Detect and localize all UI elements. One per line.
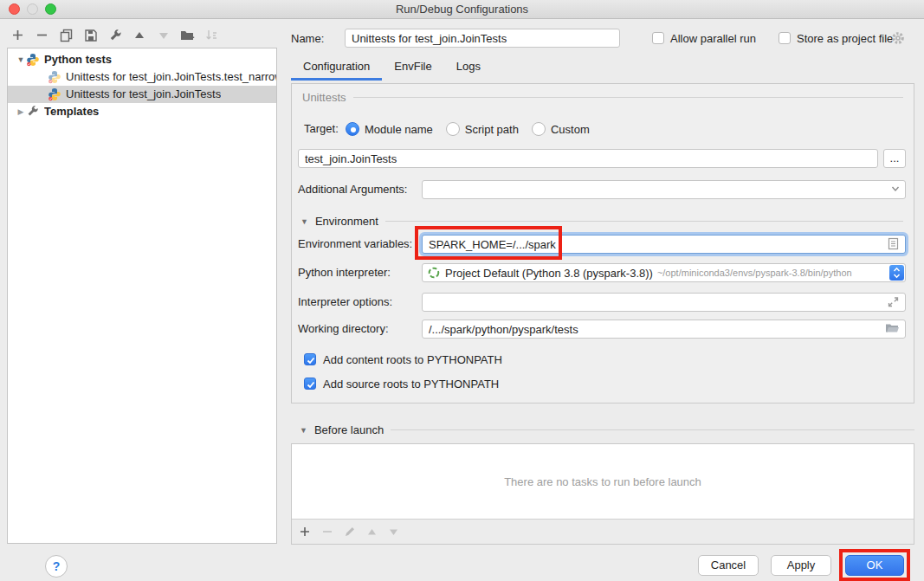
sort-alphabetically-icon — [204, 28, 219, 42]
environment-section-label: Environment — [315, 215, 378, 228]
python-interpreter-select[interactable]: Project Default (Python 3.8 (pyspark-3.8… — [422, 263, 906, 282]
unittests-section-label: Unittests — [302, 91, 346, 104]
allow-parallel-run-label: Allow parallel run — [670, 32, 756, 45]
radio-module-name[interactable]: Module name — [346, 122, 433, 136]
apply-button[interactable]: Apply — [771, 555, 831, 576]
radio-selected-icon[interactable] — [346, 122, 359, 136]
store-as-project-file-label: Store as project file — [797, 32, 893, 45]
move-down-icon — [156, 28, 171, 42]
working-directory-input[interactable] — [422, 320, 906, 339]
annotation-box-ok-button — [839, 549, 910, 581]
name-label: Name: — [291, 32, 324, 45]
save-configuration-icon[interactable] — [83, 28, 98, 42]
tab-envfile[interactable]: EnvFile — [382, 55, 443, 81]
radio-script-path[interactable]: Script path — [446, 122, 519, 136]
python-test-icon — [48, 70, 61, 84]
radio-custom[interactable]: Custom — [532, 122, 590, 136]
radio-unselected-icon[interactable] — [446, 122, 460, 136]
new-folder-icon[interactable] — [180, 28, 195, 42]
before-launch-section-header[interactable]: ▼ Before launch — [291, 423, 914, 436]
target-radio-group: Module name Script path Custom — [346, 119, 598, 139]
move-up-icon[interactable] — [132, 28, 146, 42]
tab-configuration[interactable]: Configuration — [291, 55, 382, 81]
window-title: Run/Debug Configurations — [0, 0, 924, 18]
tree-item-unittests-test-narrow[interactable]: Unittests for test_join.JoinTests.test_n… — [8, 68, 276, 86]
expand-icon[interactable] — [887, 295, 901, 309]
interpreter-name: Project Default (Python 3.8 (pyspark-3.8… — [445, 267, 653, 280]
interpreter-options-input[interactable] — [422, 293, 906, 312]
copy-configuration-icon[interactable] — [59, 28, 74, 42]
title-bar: Run/Debug Configurations — [0, 0, 924, 19]
python-icon — [26, 53, 40, 67]
gear-icon[interactable] — [891, 31, 905, 45]
interpreter-options-label: Interpreter options: — [298, 295, 392, 308]
radio-custom-label: Custom — [551, 123, 590, 136]
store-as-project-file-checkbox[interactable]: Store as project file — [779, 29, 893, 48]
close-window-button[interactable] — [9, 3, 20, 15]
chevron-down-icon[interactable]: ▼ — [16, 51, 26, 68]
edit-templates-icon[interactable] — [107, 28, 122, 42]
before-launch-task-list: There are no tasks to run before launch — [292, 444, 914, 520]
before-launch-label: Before launch — [314, 423, 384, 436]
add-configuration-icon[interactable] — [10, 28, 25, 42]
combo-stepper-icon[interactable] — [889, 265, 904, 281]
tree-item-label: Unittests for test_join.JoinTests.test_n… — [66, 68, 276, 86]
add-task-icon[interactable] — [299, 526, 311, 538]
checkbox-checked-icon[interactable] — [304, 353, 316, 365]
move-task-down-icon — [388, 526, 399, 538]
tree-item-label: Templates — [44, 103, 99, 120]
python-interpreter-label: Python interpreter: — [298, 266, 391, 279]
browse-button[interactable]: ... — [883, 149, 906, 168]
edit-variables-icon[interactable] — [887, 237, 901, 251]
chevron-down-icon[interactable]: ▼ — [300, 217, 308, 226]
checkbox-checked-icon[interactable] — [304, 378, 316, 390]
radio-script-path-label: Script path — [465, 123, 519, 136]
chevron-down-icon[interactable]: ▼ — [300, 426, 307, 435]
tree-item-python-tests[interactable]: ▼ Python tests — [8, 51, 276, 68]
configuration-panel: Unittests Target: Module name Script pat… — [291, 83, 914, 403]
radio-module-name-label: Module name — [365, 123, 433, 136]
configurations-toolbar — [10, 28, 219, 42]
annotation-box-env-variables — [415, 226, 562, 260]
additional-arguments-input[interactable] — [422, 180, 906, 199]
name-input[interactable] — [345, 29, 620, 48]
add-content-roots-label: Add content roots to PYTHONPATH — [323, 353, 502, 366]
config-tabs: Configuration EnvFile Logs — [291, 55, 493, 81]
checkbox-unchecked-icon[interactable] — [652, 32, 664, 44]
unittests-section-header: Unittests — [302, 91, 903, 104]
configurations-tree: ▼ Python tests Unittests for test_join.J… — [7, 48, 277, 544]
add-source-roots-label: Add source roots to PYTHONPATH — [323, 378, 499, 391]
module-name-input[interactable] — [298, 149, 878, 168]
cancel-button[interactable]: Cancel — [698, 555, 759, 576]
allow-parallel-run-checkbox[interactable]: Allow parallel run — [652, 29, 756, 48]
zoom-window-button[interactable] — [45, 3, 56, 15]
environment-variables-label: Environment variables: — [298, 237, 412, 250]
move-task-up-icon — [366, 526, 378, 538]
environment-section-header[interactable]: ▼ Environment — [300, 215, 903, 228]
add-content-roots-checkbox[interactable]: Add content roots to PYTHONPATH — [304, 352, 502, 367]
before-launch-empty-text: There are no tasks to run before launch — [504, 475, 701, 488]
chevron-down-icon[interactable] — [889, 183, 903, 197]
help-button[interactable]: ? — [45, 555, 68, 578]
tab-logs[interactable]: Logs — [444, 55, 493, 81]
minimize-window-button — [27, 3, 38, 15]
folder-icon[interactable] — [885, 322, 899, 336]
interpreter-path: ~/opt/miniconda3/envs/pyspark-3.8/bin/py… — [657, 268, 852, 278]
working-directory-label: Working directory: — [298, 322, 389, 335]
checkbox-unchecked-icon[interactable] — [779, 32, 791, 44]
python-test-icon — [48, 87, 61, 101]
tree-item-templates[interactable]: ▶ Templates — [8, 103, 276, 120]
additional-arguments-label: Additional Arguments: — [298, 183, 407, 196]
conda-env-icon — [428, 267, 440, 279]
add-source-roots-checkbox[interactable]: Add source roots to PYTHONPATH — [304, 376, 499, 391]
remove-configuration-icon[interactable] — [35, 28, 49, 42]
wrench-icon — [26, 105, 40, 119]
tree-item-unittests-jointests[interactable]: Unittests for test_join.JoinTests — [8, 86, 276, 103]
remove-task-icon — [321, 526, 333, 538]
radio-unselected-icon[interactable] — [532, 122, 546, 136]
tree-item-label: Python tests — [44, 51, 112, 68]
before-launch-toolbar — [292, 520, 914, 544]
chevron-right-icon[interactable]: ▶ — [16, 103, 26, 120]
target-label: Target: — [304, 122, 339, 135]
run-debug-configurations-dialog: Run/Debug Configurations — [0, 0, 924, 581]
